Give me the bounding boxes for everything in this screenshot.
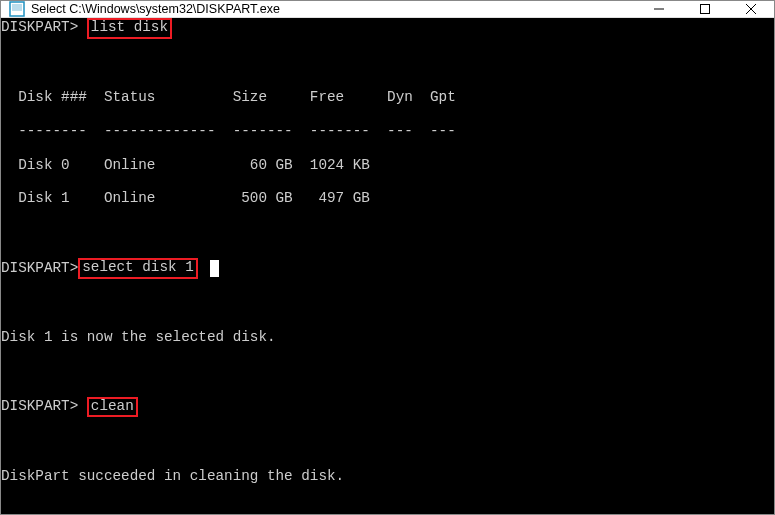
disk-row-0: Disk 0 Online 60 GB 1024 KB (1, 157, 774, 174)
svg-rect-1 (12, 4, 22, 11)
window-title: Select C:\Windows\system32\DISKPART.exe (31, 2, 636, 16)
msg-clean-success: DiskPart succeeded in cleaning the disk. (1, 468, 774, 485)
disk-row-1: Disk 1 Online 500 GB 497 GB (1, 190, 774, 207)
cmd-list-disk: list disk (87, 18, 172, 39)
window-controls (636, 1, 774, 17)
maximize-button[interactable] (682, 1, 728, 17)
app-icon (9, 1, 25, 17)
svg-rect-3 (701, 5, 710, 14)
diskpart-window: Select C:\Windows\system32\DISKPART.exe … (0, 0, 775, 515)
msg-selected: Disk 1 is now the selected disk. (1, 329, 774, 346)
cmd-select-disk: select disk 1 (78, 258, 198, 279)
prompt: DISKPART> (1, 260, 78, 277)
close-button[interactable] (728, 1, 774, 17)
disk-table-divider: -------- ------------- ------- ------- -… (1, 123, 774, 140)
prompt: DISKPART> (1, 19, 78, 35)
disk-table-header: Disk ### Status Size Free Dyn Gpt (1, 89, 774, 106)
minimize-button[interactable] (636, 1, 682, 17)
terminal-area[interactable]: DISKPART> list disk Disk ### Status Size… (1, 18, 774, 514)
cursor (210, 260, 219, 277)
prompt: DISKPART> (1, 398, 78, 414)
cmd-clean: clean (87, 397, 138, 418)
titlebar[interactable]: Select C:\Windows\system32\DISKPART.exe (1, 1, 774, 18)
